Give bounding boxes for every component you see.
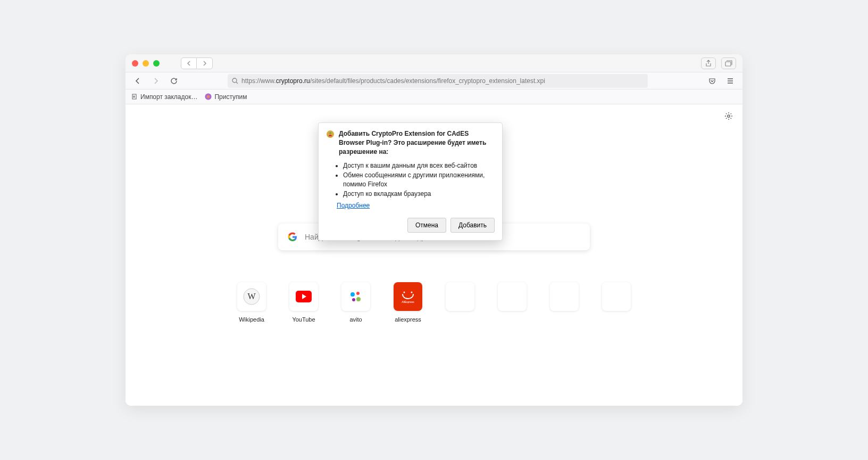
tile-label: YouTube <box>292 316 315 323</box>
traffic-lights <box>132 60 160 67</box>
url-bar[interactable]: https://www.cryptopro.ru/sites/default/f… <box>228 74 648 88</box>
import-bookmarks-label: Импорт закладок… <box>140 93 197 101</box>
youtube-icon <box>296 291 312 302</box>
history-back-button[interactable] <box>181 58 197 69</box>
avito-icon <box>348 289 363 304</box>
title-bar <box>126 54 742 72</box>
menu-button[interactable] <box>723 74 737 88</box>
firefox-favicon-icon <box>205 93 212 100</box>
share-button[interactable] <box>701 58 716 69</box>
reload-button[interactable] <box>167 74 181 88</box>
minimize-window-button[interactable] <box>143 60 149 67</box>
history-forward-button[interactable] <box>197 58 213 69</box>
tile-empty[interactable] <box>446 282 474 323</box>
svg-point-9 <box>352 298 355 301</box>
top-sites: W Wikipedia YouTube avito AliExpress ali… <box>126 282 742 323</box>
permission-item: Доступ ко вкладкам браузера <box>343 190 495 199</box>
import-bookmarks-button[interactable]: Импорт закладок… <box>131 93 197 101</box>
svg-point-12 <box>411 292 413 293</box>
permission-item: Доступ к вашим данным для всех веб-сайто… <box>343 161 495 170</box>
tile-label: aliexpress <box>395 316 421 323</box>
tabs-overview-button[interactable] <box>721 58 736 69</box>
bookmark-getting-started-label: Приступим <box>214 93 247 101</box>
bookmark-getting-started[interactable]: Приступим <box>205 93 247 101</box>
svg-text:AliExpress: AliExpress <box>402 300 414 303</box>
svg-point-11 <box>404 292 405 293</box>
browser-window: https://www.cryptopro.ru/sites/default/f… <box>126 54 742 406</box>
close-window-button[interactable] <box>132 60 138 67</box>
popup-title: Добавить CryptoPro Extension for CAdES B… <box>339 129 495 156</box>
permission-item: Обмен сообщениями с другими приложениями… <box>343 171 495 190</box>
tile-wikipedia[interactable]: W Wikipedia <box>237 282 266 323</box>
tile-label: avito <box>349 316 362 323</box>
extension-install-popup: Добавить CryptoPro Extension for CAdES B… <box>318 122 503 241</box>
import-icon <box>131 93 138 100</box>
svg-point-7 <box>350 292 355 297</box>
settings-button[interactable] <box>724 112 733 122</box>
bookmarks-bar: Импорт закладок… Приступим <box>126 89 742 104</box>
tile-avito[interactable]: avito <box>341 282 370 323</box>
svg-text:W: W <box>247 292 256 301</box>
add-button[interactable]: Добавить <box>450 218 495 233</box>
tile-empty[interactable] <box>602 282 631 323</box>
tile-empty[interactable] <box>550 282 579 323</box>
tile-youtube[interactable]: YouTube <box>289 282 318 323</box>
wikipedia-icon: W <box>243 288 260 305</box>
aliexpress-icon: AliExpress <box>398 287 418 306</box>
svg-rect-0 <box>725 62 731 66</box>
tab-history-buttons <box>181 58 213 69</box>
svg-point-10 <box>356 297 361 301</box>
pocket-button[interactable] <box>705 74 719 88</box>
url-text: https://www.cryptopro.ru/sites/default/f… <box>241 77 545 85</box>
svg-point-2 <box>205 94 212 100</box>
google-icon <box>288 232 297 242</box>
forward-button[interactable] <box>149 74 163 88</box>
tile-label: Wikipedia <box>239 316 264 323</box>
search-icon <box>232 78 238 84</box>
svg-point-1 <box>232 78 237 83</box>
popup-permissions-list: Доступ к вашим данным для всех веб-сайто… <box>341 161 495 199</box>
nav-bar: https://www.cryptopro.ru/sites/default/f… <box>126 72 742 89</box>
back-button[interactable] <box>131 74 145 88</box>
cancel-button[interactable]: Отмена <box>407 218 446 233</box>
tile-aliexpress[interactable]: AliExpress aliexpress <box>394 282 422 323</box>
extension-icon <box>326 130 335 138</box>
svg-point-15 <box>329 132 331 134</box>
maximize-window-button[interactable] <box>153 60 160 67</box>
learn-more-link[interactable]: Подробнее <box>337 202 370 209</box>
svg-point-3 <box>728 115 730 117</box>
svg-point-8 <box>356 292 360 295</box>
tile-empty[interactable] <box>498 282 527 323</box>
